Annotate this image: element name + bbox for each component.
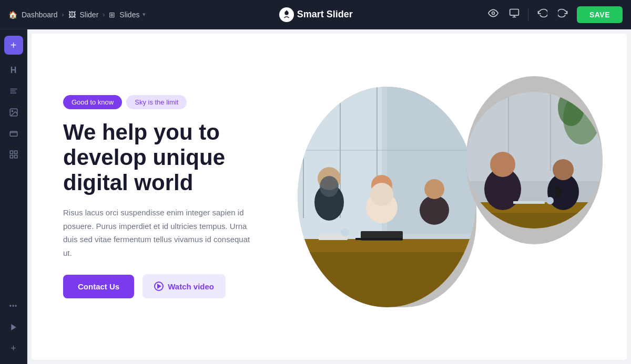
play-icon: [9, 323, 18, 331]
meeting-photo-left: [298, 87, 476, 307]
cta-buttons: Contact Us Watch video: [63, 274, 252, 298]
svg-point-1: [286, 10, 287, 12]
brand-logo: [279, 7, 294, 22]
grid-icon: [9, 150, 18, 159]
svg-point-2: [492, 12, 494, 15]
desktop-icon-btn[interactable]: [507, 6, 522, 23]
svg-rect-12: [10, 155, 13, 158]
slide-right-content: [284, 34, 627, 360]
svg-rect-4: [10, 89, 17, 90]
svg-point-42: [558, 89, 584, 126]
chevron-icon-2: ›: [103, 11, 105, 18]
redo-icon-btn[interactable]: [556, 6, 571, 23]
svg-rect-50: [513, 201, 545, 204]
sidebar-play-button[interactable]: [4, 318, 23, 337]
svg-point-29: [370, 183, 393, 206]
sidebar-text-button[interactable]: [4, 82, 23, 101]
box-icon: [9, 129, 18, 138]
svg-point-46: [490, 152, 515, 177]
image-circles: [298, 71, 613, 323]
svg-point-35: [341, 228, 349, 236]
circle-image-2: [466, 76, 603, 244]
svg-rect-21: [298, 150, 476, 151]
save-button[interactable]: SAVE: [577, 6, 623, 23]
tag-primary: Good to know: [63, 95, 122, 109]
nav-actions: SAVE: [486, 6, 623, 23]
watch-video-label: Watch video: [168, 282, 214, 291]
nav-divider: [528, 8, 528, 21]
slider-icon: 🖼: [68, 11, 76, 19]
undo-icon-btn[interactable]: [535, 6, 549, 23]
breadcrumb-slider[interactable]: Slider: [80, 11, 99, 19]
sidebar-plus-bottom-button[interactable]: +: [4, 339, 23, 358]
svg-rect-9: [10, 131, 17, 136]
svg-point-8: [12, 110, 13, 111]
brand-name: Smart Slider: [297, 9, 353, 20]
sidebar-box-button[interactable]: [4, 124, 23, 143]
svg-point-31: [424, 179, 444, 199]
content-area: Good to know Sky is the limit We help yo…: [27, 29, 631, 364]
slides-dropdown[interactable]: Slides ▾: [119, 11, 146, 19]
svg-rect-23: [298, 252, 476, 307]
watch-video-button[interactable]: Watch video: [143, 274, 226, 298]
svg-point-26: [320, 176, 339, 197]
top-nav: 🏠 Dashboard › 🖼 Slider › ⊞ Slides ▾ Smar…: [0, 0, 631, 29]
sidebar-heading-button[interactable]: H: [4, 61, 23, 80]
more-dots-icon: •••: [9, 303, 18, 310]
plus-bottom-icon: +: [11, 343, 16, 354]
slides-chevron-down-icon: ▾: [143, 11, 146, 18]
tag-secondary: Sky is the limit: [126, 95, 187, 109]
tags-row: Good to know Sky is the limit: [63, 95, 252, 109]
svg-point-30: [420, 195, 449, 225]
slide-left-content: Good to know Sky is the limit We help yo…: [32, 74, 284, 320]
breadcrumb: 🏠 Dashboard › 🖼 Slider › ⊞ Slides ▾: [8, 11, 146, 19]
chevron-icon-1: ›: [62, 11, 64, 18]
home-icon: 🏠: [8, 11, 17, 19]
add-element-button[interactable]: +: [4, 36, 23, 55]
left-sidebar: + H: [0, 29, 27, 364]
svg-rect-40: [550, 76, 551, 171]
play-circle-icon: [154, 282, 164, 291]
svg-rect-5: [10, 91, 16, 92]
main-layout: + H: [0, 29, 631, 364]
circle-image-1: [298, 87, 476, 307]
slides-icon: ⊞: [109, 11, 115, 19]
svg-rect-49: [555, 186, 562, 197]
contact-us-button[interactable]: Contact Us: [63, 275, 134, 298]
slide-canvas: Good to know Sky is the limit We help yo…: [32, 34, 627, 360]
breadcrumb-slides: Slides: [119, 11, 139, 19]
sidebar-grid-button[interactable]: [4, 145, 23, 164]
sidebar-more-button[interactable]: •••: [4, 297, 23, 316]
plus-icon: +: [11, 39, 17, 51]
main-heading: We help you to develop unique digital wo…: [63, 120, 252, 196]
svg-point-51: [546, 197, 554, 204]
meeting-photo-right: [466, 76, 603, 244]
play-triangle-icon: [157, 284, 161, 289]
svg-rect-33: [355, 238, 403, 240]
image-icon: [9, 108, 18, 117]
preview-icon-btn[interactable]: [486, 6, 501, 23]
svg-rect-11: [14, 151, 17, 153]
slide-description: Risus lacus orci suspendisse enim intege…: [63, 206, 252, 259]
brand: Smart Slider: [279, 7, 353, 22]
breadcrumb-dashboard[interactable]: Dashboard: [22, 11, 58, 19]
svg-rect-10: [10, 151, 13, 153]
svg-rect-6: [10, 92, 16, 93]
svg-point-48: [553, 159, 574, 180]
text-list-icon: [9, 87, 18, 96]
svg-rect-44: [466, 213, 603, 244]
svg-rect-13: [14, 155, 17, 158]
svg-rect-18: [303, 87, 304, 218]
svg-rect-3: [510, 9, 519, 16]
sidebar-image-button[interactable]: [4, 103, 23, 122]
heading-icon: H: [11, 66, 17, 75]
